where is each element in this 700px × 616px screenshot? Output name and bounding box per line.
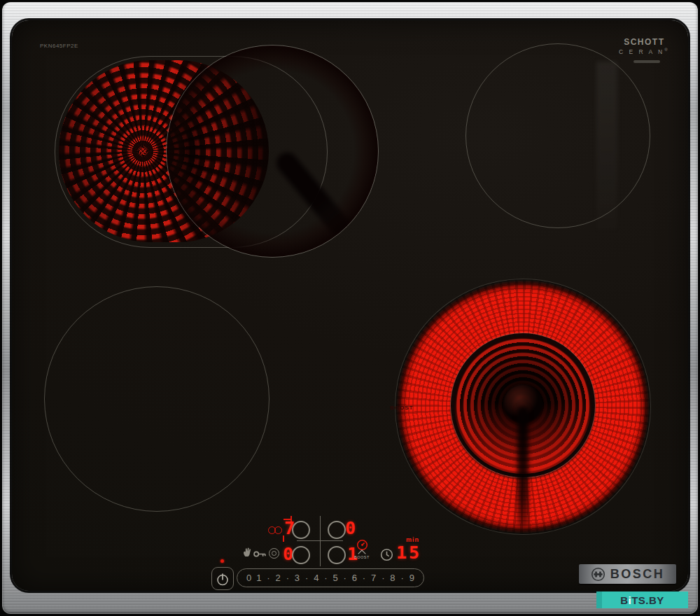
front-left-zone-key[interactable] bbox=[292, 546, 310, 564]
two-circuit-icon bbox=[269, 548, 279, 559]
boost-key[interactable]: BOOST bbox=[352, 550, 372, 559]
slider-level[interactable]: 7 bbox=[371, 573, 376, 583]
back-right-zone-key[interactable] bbox=[328, 521, 346, 539]
slider-dot: · bbox=[343, 573, 347, 583]
slider-dot: · bbox=[323, 573, 328, 583]
slider-level[interactable]: 4 bbox=[314, 573, 318, 583]
zone-map-vertical-line bbox=[320, 516, 321, 566]
slider-dot: · bbox=[304, 573, 309, 583]
timer-display: 15 bbox=[396, 544, 421, 561]
schott-ceran-logo: SCHOTT C E R A N® bbox=[619, 38, 670, 55]
front-left-zone bbox=[44, 286, 270, 512]
slider-level[interactable]: 2 bbox=[276, 573, 281, 583]
hob-product-photo: PKN645FP2E SCHOTT C E R A N® BOOST 7 0 0… bbox=[0, 0, 700, 616]
model-label: PKN645FP2E bbox=[40, 43, 78, 49]
back-left-main-element bbox=[166, 45, 379, 258]
slider-dot: · bbox=[400, 573, 405, 583]
slider-level[interactable]: 5 bbox=[332, 573, 337, 583]
zone-map-horizontal-line bbox=[297, 540, 343, 541]
slider-dot: · bbox=[381, 573, 385, 583]
thermostat-rod-shadow bbox=[517, 407, 528, 527]
bosch-wordmark: BOSCH bbox=[610, 567, 665, 582]
slider-level[interactable]: 9 bbox=[410, 573, 414, 583]
timer-clock-icon[interactable] bbox=[380, 548, 393, 561]
ceran-text: C E R A N® bbox=[619, 48, 670, 56]
bits-by-watermark: BiTS.BY bbox=[596, 592, 688, 608]
watermark-text: TS.BY bbox=[631, 594, 664, 606]
slider-level[interactable]: 8 bbox=[390, 573, 395, 583]
boost-zone-print: BOOST bbox=[390, 405, 413, 411]
level-slider[interactable]: 0 1 · 2 · 3 · 4 · 5 · 6 · 7 · 8 · 9 bbox=[237, 568, 424, 587]
bosch-emblem-icon bbox=[591, 567, 606, 582]
slider-level[interactable]: 0 bbox=[246, 573, 251, 583]
bosch-nameplate: BOSCH bbox=[579, 564, 676, 584]
boost-indicator-icon bbox=[356, 539, 368, 551]
power-indicator-dot bbox=[220, 559, 224, 563]
slider-level[interactable]: 1 bbox=[256, 573, 261, 583]
back-right-zone bbox=[465, 43, 650, 228]
ceran-code-text bbox=[634, 60, 660, 63]
front-right-zone-element bbox=[395, 279, 651, 535]
power-key[interactable] bbox=[211, 567, 234, 590]
power-icon bbox=[216, 572, 230, 586]
front-right-zone-key[interactable] bbox=[328, 546, 346, 564]
dual-zone-icon bbox=[268, 526, 284, 534]
slider-dot: · bbox=[267, 573, 271, 583]
slider-dot: · bbox=[362, 573, 366, 583]
back-left-zone-key[interactable] bbox=[292, 521, 310, 539]
schott-text: SCHOTT bbox=[619, 38, 670, 48]
slider-dot: · bbox=[286, 573, 290, 583]
wipe-hand-icon bbox=[243, 547, 252, 557]
watermark-text: B bbox=[620, 594, 628, 606]
slider-level[interactable]: 6 bbox=[352, 573, 357, 583]
back-right-level-display: 0 bbox=[345, 519, 356, 537]
slider-level[interactable]: 3 bbox=[295, 573, 300, 583]
key-lock-icon[interactable] bbox=[253, 550, 268, 558]
